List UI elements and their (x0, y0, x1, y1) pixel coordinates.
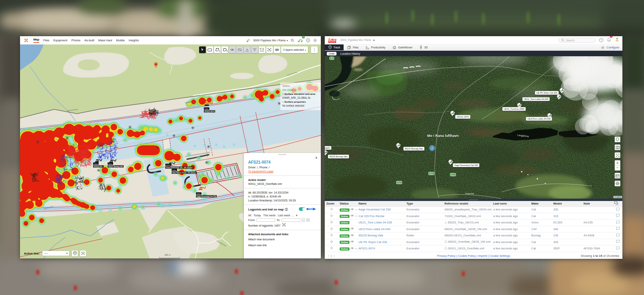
svg-text:200 m: 200 m (165, 254, 171, 256)
svg-text:?: ? (307, 39, 309, 42)
svg-text:III: III (617, 175, 618, 177)
svg-text:?: ? (600, 39, 602, 41)
